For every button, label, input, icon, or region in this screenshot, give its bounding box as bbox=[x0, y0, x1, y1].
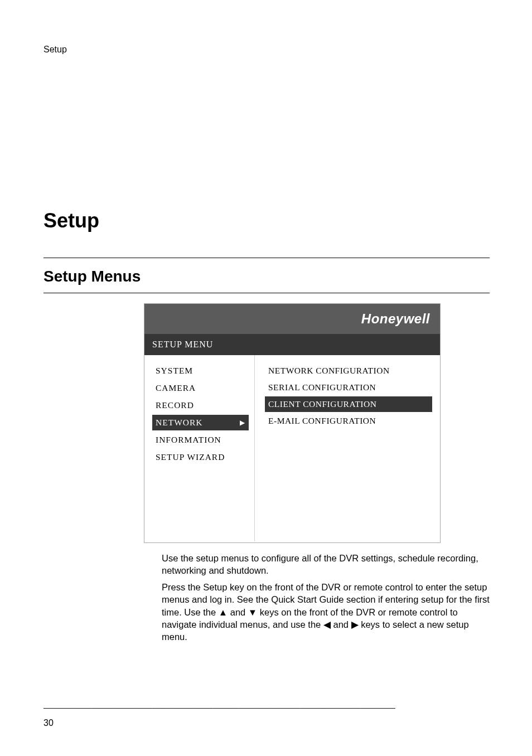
setup-menu-label: SETUP MENU bbox=[144, 334, 440, 355]
menu-item-setup-wizard[interactable]: SETUP WIZARD bbox=[152, 449, 249, 465]
submenu-serial-config[interactable]: SERIAL CONFIGURATION bbox=[265, 380, 432, 395]
screenshot-body: SYSTEM CAMERA RECORD NETWORK ▶ INFORMATI… bbox=[144, 355, 440, 541]
section-rule-top bbox=[43, 258, 490, 258]
menu-item-network-label: NETWORK bbox=[156, 418, 203, 428]
brand-logo: Honeywell bbox=[361, 311, 430, 327]
main-menu-column: SYSTEM CAMERA RECORD NETWORK ▶ INFORMATI… bbox=[144, 355, 255, 541]
menu-item-information[interactable]: INFORMATION bbox=[152, 432, 249, 448]
submenu-arrow-icon: ▶ bbox=[240, 419, 245, 427]
menu-item-system[interactable]: SYSTEM bbox=[152, 363, 249, 379]
para2-text-d: and bbox=[331, 619, 351, 629]
section-title: Setup Menus bbox=[43, 268, 141, 285]
page-number: 30 bbox=[43, 718, 54, 728]
right-arrow-icon: ▶ bbox=[351, 619, 359, 629]
submenu-network-config[interactable]: NETWORK CONFIGURATION bbox=[265, 363, 432, 379]
submenu-email-config[interactable]: E-MAIL CONFIGURATION bbox=[265, 413, 432, 429]
down-arrow-icon: ▼ bbox=[248, 607, 257, 617]
section-rule-bottom bbox=[43, 293, 490, 293]
menu-item-record[interactable]: RECORD bbox=[152, 398, 249, 413]
footer-rule: ________________________________________… bbox=[43, 700, 489, 709]
sub-menu-column: NETWORK CONFIGURATION SERIAL CONFIGURATI… bbox=[255, 355, 440, 541]
left-arrow-icon: ◀ bbox=[323, 619, 331, 629]
setup-menu-screenshot: Honeywell SETUP MENU SYSTEM CAMERA RECOR… bbox=[144, 303, 441, 543]
menu-item-camera[interactable]: CAMERA bbox=[152, 380, 249, 396]
running-header: Setup bbox=[43, 45, 67, 55]
chapter-title: Setup bbox=[43, 209, 99, 232]
screenshot-title-bar: Honeywell bbox=[144, 304, 440, 334]
submenu-client-config[interactable]: CLIENT CONFIGURATION bbox=[265, 396, 432, 412]
up-arrow-icon: ▲ bbox=[219, 607, 228, 617]
body-paragraph-1: Use the setup menus to configure all of … bbox=[162, 552, 491, 577]
para2-text-b: and bbox=[228, 607, 248, 617]
body-paragraph-2: Press the Setup key on the front of the … bbox=[162, 581, 491, 643]
menu-item-network[interactable]: NETWORK ▶ bbox=[152, 415, 249, 430]
